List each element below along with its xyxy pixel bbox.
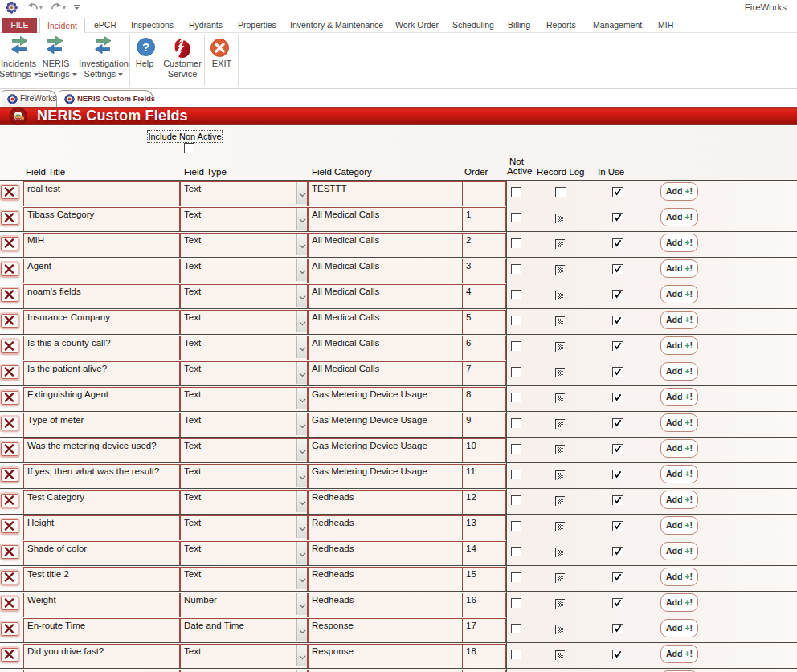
svg-text:?: ? xyxy=(142,40,149,54)
